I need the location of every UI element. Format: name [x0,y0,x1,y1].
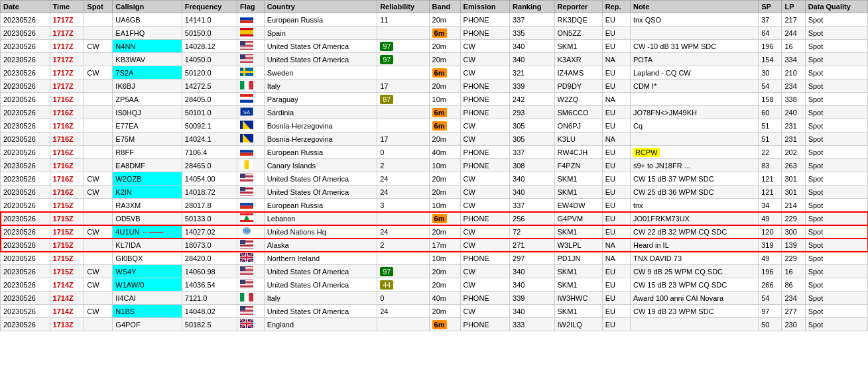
cell-spot: CW [84,186,113,199]
cell-emission: CW [460,119,510,133]
svg-rect-59 [240,200,253,203]
cell-note: TNX DAVID 73 [630,252,758,265]
cell-sp: 50 [759,318,782,331]
cell-emission: PHONE [460,13,510,27]
cell-dq: Spot [805,305,867,318]
svg-rect-42 [249,160,253,169]
cell-ranking: 340 [510,186,554,199]
cell-spot [84,13,113,27]
cell-note [630,318,758,331]
cell-date: 20230526 [1,106,50,119]
cell-callsign: ZP5AA [113,93,182,106]
cell-lp: 277 [782,305,805,318]
cell-spot: CW [84,172,113,186]
cell-reporter: RK3DQE [554,13,602,27]
cell-reliability: 3 [377,199,429,212]
cell-country: Canary Islands [264,159,377,172]
table-row: 20230526 1715Z CW WS4Y 14060.98 United S… [1,265,868,278]
cell-lp: 139 [782,239,805,252]
cell-frequency: 50120.0 [182,66,237,80]
cell-emission: CW [460,133,510,146]
svg-rect-101 [240,286,253,286]
cell-callsign: IK6BJ [113,80,182,93]
cell-dq: Spot [805,239,867,252]
cell-flag [237,292,264,305]
cell-lp: 301 [782,186,805,199]
cell-lp: 234 [782,80,805,93]
svg-rect-38 [240,150,253,152]
cell-date: 20230526 [1,265,50,278]
cell-frequency: 14048.02 [182,305,237,318]
cell-frequency: 14018.72 [182,186,237,199]
col-note: Note [630,1,758,13]
cell-dq: Spot [805,252,867,265]
cell-date: 20230526 [1,27,50,40]
cell-note: JO78FN<>JM49KH [630,106,758,119]
cell-time: 1714Z [50,292,84,305]
cell-ranking: 339 [510,80,554,93]
cell-rep: EU [602,265,630,278]
cell-reliability: 44 [377,278,429,292]
cell-ranking: 340 [510,172,554,186]
cell-time: 1715Z [50,265,84,278]
cell-frequency: 28405.0 [182,93,237,106]
cell-rep: EU [602,80,630,93]
col-flag: Flag [237,1,264,13]
cell-date: 20230526 [1,133,50,146]
cell-reliability: 17 [377,133,429,146]
cell-note [630,27,758,40]
cell-emission: PHONE [460,106,510,119]
cell-date: 20230526 [1,252,50,265]
cell-ranking: 305 [510,133,554,146]
cell-note: CW 15 dB 23 WPM CQ SDC [630,278,758,292]
cell-callsign: KL7IDA [113,239,182,252]
cell-dq: Spot [805,119,867,133]
cell-flag [237,225,264,239]
cell-frequency: 50133.0 [182,212,237,225]
cell-dq: Spot [805,80,867,93]
cell-country: United States Of America [264,53,377,66]
cell-ranking: 337 [510,146,554,159]
table-row: 20230526 1717Z UA6GB 14141.0 European Ru… [1,13,868,27]
cell-lp: 229 [782,252,805,265]
svg-text:🌲: 🌲 [243,215,250,221]
cell-frequency: 14027.02 [182,225,237,239]
cell-reporter: IW2ILQ [554,318,602,331]
cell-dq: Spot [805,199,867,212]
cell-time: 1716Z [50,159,84,172]
cell-country: Lebanon [264,212,377,225]
cell-note: POTA [630,53,758,66]
cell-band: 20m [429,172,460,186]
svg-rect-41 [245,160,249,169]
cell-lp: 244 [782,27,805,40]
cell-flag [237,119,264,133]
cell-reporter: RW4CJH [554,146,602,159]
col-callsign: Callsign [113,1,182,13]
cell-callsign: R8FF [113,146,182,159]
table-row: 20230526 1714Z CW W1AW/0 14036.54 United… [1,278,868,292]
cell-lp: 263 [782,159,805,172]
svg-rect-56 [240,193,253,193]
cell-sp: 121 [759,186,782,199]
cell-dq: Spot [805,27,867,40]
cell-country: Bosnia-Herzegovina [264,119,377,133]
cell-date: 20230526 [1,225,50,239]
cell-rep: EU [602,27,630,40]
cell-sp: 121 [759,172,782,186]
cell-country: Spain [264,27,377,40]
table-row: 20230526 1716Z E75M 14024.1 Bosnia-Herze… [1,133,868,146]
cell-band: 6m [429,106,460,119]
cell-reporter: ON5ZZ [554,27,602,40]
cell-spot [84,292,113,305]
cell-band: 20m [429,80,460,93]
cell-emission: CW [460,40,510,53]
cell-reliability: 97 [377,53,429,66]
cell-rep: EU [602,146,630,159]
cell-sp: 64 [759,27,782,40]
cell-reliability [377,66,429,80]
cell-band: 10m [429,252,460,265]
cell-date: 20230526 [1,199,50,212]
svg-rect-111 [240,311,253,311]
table-row: 20230526 1717Z IK6BJ 14272.5 Italy 17 20… [1,80,868,93]
cell-reliability: 0 [377,146,429,159]
